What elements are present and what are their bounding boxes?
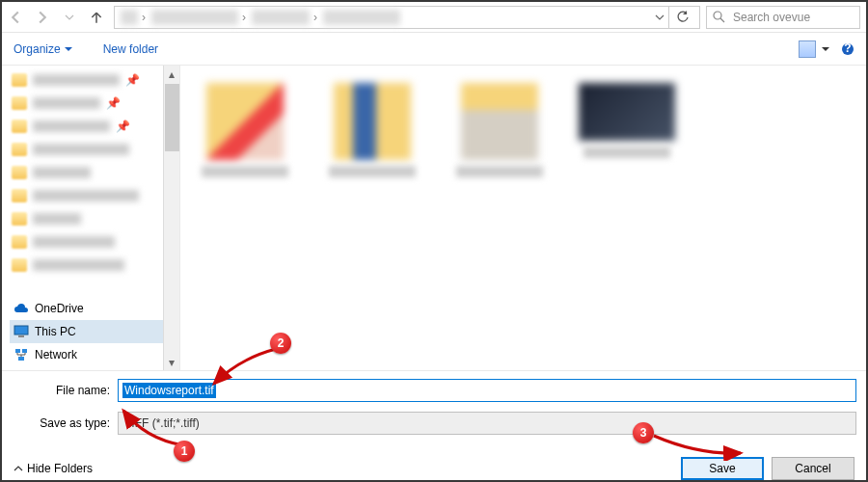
monitor-icon [14, 324, 29, 339]
chevron-down-icon [65, 45, 72, 53]
tree-item-label [33, 236, 115, 248]
tree-item-label [33, 213, 81, 225]
tree-item-label [33, 97, 100, 109]
help-icon[interactable]: ? [841, 42, 854, 56]
type-value: TIFF (*.tif;*.tiff) [124, 416, 200, 430]
svg-rect-5 [18, 335, 24, 337]
address-bar[interactable]: › › › [114, 6, 700, 29]
search-placeholder: Search ovevue [733, 11, 810, 24]
svg-point-0 [714, 12, 721, 19]
tree-item-label [33, 120, 110, 132]
scroll-thumb[interactable] [165, 84, 179, 151]
place-label: This PC [35, 325, 76, 338]
svg-line-1 [720, 18, 724, 22]
annotation-badge-1: 1 [174, 441, 195, 462]
refresh-button[interactable] [668, 6, 695, 29]
save-form: File name: Windowsreport.tif Save as typ… [2, 370, 866, 448]
new-folder-button[interactable]: New folder [103, 42, 158, 56]
tree-item-label [33, 259, 124, 271]
tree-item-label [33, 74, 120, 86]
command-bar: Organize New folder ? [2, 33, 866, 66]
address-bar-row: › › › Search ovevue [2, 2, 866, 33]
navigation-pane: 📌 📌 📌 OneDrive This PC Network [2, 66, 180, 370]
file-label [583, 147, 670, 158]
list-item[interactable] [574, 83, 680, 158]
tree-item[interactable]: 📌 [12, 93, 177, 114]
address-dropdown[interactable] [651, 13, 668, 22]
tree-item[interactable]: 📌 [12, 69, 177, 91]
folder-icon [12, 235, 27, 249]
sidebar-scrollbar[interactable]: ▴ ▾ [163, 66, 179, 370]
folder-icon [12, 212, 27, 226]
address-segment [121, 10, 138, 25]
search-input[interactable]: Search ovevue [706, 6, 860, 29]
svg-rect-8 [18, 357, 24, 361]
folder-icon [12, 258, 27, 272]
view-options-button[interactable] [799, 40, 816, 58]
scroll-up-arrow[interactable]: ▴ [164, 66, 179, 82]
list-item[interactable] [447, 83, 553, 177]
svg-rect-4 [14, 326, 28, 335]
tree-item-label [33, 144, 129, 155]
chevron-up-icon [14, 464, 23, 473]
recent-dropdown[interactable] [56, 2, 83, 33]
filename-value: Windowsreport.tif [122, 383, 216, 398]
file-label [329, 166, 416, 177]
pin-icon: 📌 [106, 96, 116, 110]
forward-button[interactable] [29, 2, 56, 33]
up-button[interactable] [83, 2, 110, 33]
file-label [202, 166, 288, 177]
network-icon [14, 347, 29, 362]
folder-icon [12, 189, 27, 202]
file-label [456, 166, 543, 177]
tree-item[interactable] [12, 162, 177, 183]
place-network[interactable]: Network [10, 343, 179, 366]
save-button[interactable]: Save [681, 457, 764, 480]
pin-icon: 📌 [116, 120, 125, 133]
address-segment [151, 10, 238, 25]
svg-rect-6 [15, 349, 20, 353]
folder-icon [12, 73, 27, 87]
filename-input[interactable]: Windowsreport.tif [118, 379, 856, 402]
type-label: Save as type: [12, 416, 118, 430]
tree-item[interactable] [12, 254, 177, 276]
places-list: OneDrive This PC Network [2, 293, 179, 370]
pin-icon: 📌 [125, 73, 135, 87]
dialog-footer: Hide Folders Save Cancel [2, 448, 866, 482]
folder-icon [12, 120, 27, 133]
type-select[interactable]: TIFF (*.tif;*.tiff) [118, 412, 856, 435]
place-label: Network [35, 348, 77, 362]
folder-tree[interactable]: 📌 📌 📌 [2, 66, 179, 293]
organize-button[interactable]: Organize [14, 42, 72, 56]
address-segment [323, 10, 400, 25]
file-thumbnail [334, 83, 411, 160]
svg-text:?: ? [844, 42, 851, 55]
tree-item[interactable] [12, 208, 177, 229]
file-list[interactable] [180, 66, 866, 370]
tree-item[interactable]: 📌 [12, 116, 177, 137]
cloud-icon [14, 301, 29, 316]
folder-icon [12, 166, 27, 179]
tree-item[interactable] [12, 231, 177, 253]
tree-item[interactable] [12, 139, 177, 160]
place-this-pc[interactable]: This PC [10, 320, 179, 343]
file-thumbnail [461, 83, 538, 160]
tree-item-label [33, 190, 139, 201]
annotation-badge-3: 3 [633, 422, 654, 443]
file-thumbnail [579, 83, 675, 141]
organize-label: Organize [14, 42, 61, 56]
place-onedrive[interactable]: OneDrive [10, 297, 179, 320]
annotation-badge-2: 2 [270, 333, 291, 354]
hide-folders-button[interactable]: Hide Folders [14, 462, 93, 475]
chevron-down-icon[interactable] [822, 45, 829, 53]
folder-icon [12, 96, 27, 110]
file-thumbnail [206, 83, 284, 160]
cancel-button[interactable]: Cancel [772, 457, 854, 480]
dialog-body: 📌 📌 📌 OneDrive This PC Network [2, 66, 866, 370]
list-item[interactable] [319, 83, 425, 177]
folder-icon [12, 143, 27, 156]
list-item[interactable] [192, 83, 298, 177]
back-button[interactable] [2, 2, 29, 33]
scroll-down-arrow[interactable]: ▾ [164, 354, 179, 370]
tree-item[interactable] [12, 185, 177, 206]
